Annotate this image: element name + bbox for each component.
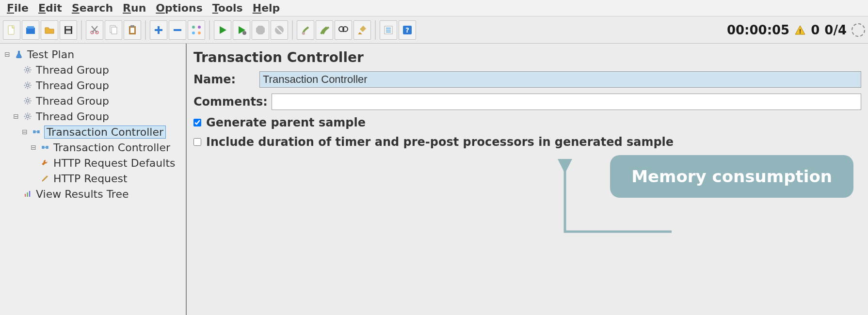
cut-button[interactable] bbox=[86, 20, 103, 40]
toolbar: ? 00:00:05 ! 0 0/4 bbox=[0, 16, 868, 44]
tree-node[interactable]: Thread Group bbox=[4, 93, 184, 109]
shutdown-button[interactable] bbox=[271, 20, 288, 40]
warning-icon: ! bbox=[794, 24, 806, 36]
name-label: Name: bbox=[193, 73, 256, 86]
svg-point-32 bbox=[27, 100, 29, 102]
svg-rect-4 bbox=[66, 27, 71, 29]
tree-node[interactable]: ⊟Test Plan bbox=[4, 47, 184, 62]
menu-file[interactable]: File bbox=[3, 1, 32, 15]
tree-twisty-icon[interactable]: ⊟ bbox=[21, 128, 28, 136]
tree-node-label: Transaction Controller bbox=[53, 142, 170, 154]
stop-button[interactable] bbox=[252, 20, 269, 40]
svg-point-20 bbox=[302, 32, 305, 35]
menu-options[interactable]: Options bbox=[152, 1, 206, 15]
svg-marker-18 bbox=[256, 26, 265, 34]
generate-parent-sample-label: Generate parent sample bbox=[206, 116, 366, 129]
wrench-icon bbox=[40, 158, 50, 168]
svg-rect-41 bbox=[29, 191, 30, 197]
clear-button[interactable] bbox=[297, 20, 314, 40]
generate-parent-sample-checkbox[interactable] bbox=[193, 119, 201, 126]
svg-rect-35 bbox=[33, 130, 35, 133]
tree-node-label: HTTP Request bbox=[53, 173, 128, 185]
svg-rect-5 bbox=[66, 31, 71, 33]
controller-icon bbox=[40, 142, 50, 153]
menu-search[interactable]: Search bbox=[68, 1, 117, 15]
svg-point-30 bbox=[27, 85, 29, 86]
tree-node-label: Thread Group bbox=[36, 64, 109, 76]
tree-twisty-icon[interactable]: ⊟ bbox=[13, 112, 19, 120]
tree-node[interactable]: ⊟Transaction Controller bbox=[4, 140, 184, 155]
svg-rect-12 bbox=[130, 25, 134, 27]
name-input[interactable] bbox=[259, 71, 861, 88]
tree-node-label: Thread Group bbox=[36, 110, 109, 123]
tree-node[interactable]: HTTP Request bbox=[4, 171, 184, 186]
new-file-button[interactable] bbox=[3, 20, 20, 40]
editor-panel: Transaction Controller Name: Comments: G… bbox=[187, 44, 868, 315]
help-button[interactable]: ? bbox=[399, 20, 416, 40]
svg-rect-36 bbox=[37, 130, 40, 133]
gear-icon bbox=[22, 95, 33, 106]
thread-count: 0/4 bbox=[824, 23, 847, 37]
svg-rect-37 bbox=[42, 146, 44, 149]
menu-tools[interactable]: Tools bbox=[209, 1, 247, 15]
comments-input[interactable] bbox=[272, 94, 861, 110]
menu-help[interactable]: Help bbox=[249, 1, 284, 15]
panel-heading: Transaction Controller bbox=[193, 49, 861, 65]
open-button[interactable] bbox=[41, 20, 58, 40]
controller-icon bbox=[31, 126, 42, 137]
broom-icon[interactable] bbox=[354, 20, 371, 40]
svg-rect-40 bbox=[27, 192, 28, 197]
tree-node[interactable]: ⊟Transaction Controller bbox=[4, 124, 184, 140]
tree-twisty-icon[interactable]: ⊟ bbox=[30, 143, 37, 151]
templates-button[interactable] bbox=[22, 20, 39, 40]
callout-bubble: Memory consumption bbox=[610, 155, 853, 198]
test-plan-tree[interactable]: ⊟Test PlanThread GroupThread GroupThread… bbox=[0, 44, 187, 315]
comments-label: Comments: bbox=[193, 95, 268, 109]
pencil-icon bbox=[40, 173, 50, 184]
start-no-pause-button[interactable] bbox=[233, 20, 250, 40]
tree-node[interactable]: HTTP Request Defaults bbox=[4, 155, 184, 171]
tree-node-label: HTTP Request Defaults bbox=[53, 157, 176, 169]
gear-icon bbox=[22, 80, 33, 91]
tree-node[interactable]: ⊟Thread Group bbox=[4, 109, 184, 124]
start-button[interactable] bbox=[214, 20, 231, 40]
tree-node[interactable]: Thread Group bbox=[4, 78, 184, 93]
svg-point-34 bbox=[27, 116, 29, 117]
menu-run[interactable]: Run bbox=[119, 1, 150, 15]
gauge-icon bbox=[852, 23, 865, 37]
svg-rect-11 bbox=[130, 28, 134, 33]
paste-button[interactable] bbox=[124, 20, 141, 40]
clear-all-button[interactable] bbox=[316, 20, 333, 40]
copy-button[interactable] bbox=[105, 20, 122, 40]
tree-node[interactable]: View Results Tree bbox=[4, 186, 184, 202]
svg-rect-9 bbox=[112, 27, 117, 34]
elapsed-time: 00:00:05 bbox=[727, 23, 789, 37]
save-button[interactable] bbox=[60, 20, 77, 40]
tree-node-label: Test Plan bbox=[27, 48, 74, 61]
svg-point-28 bbox=[27, 69, 29, 71]
include-duration-checkbox[interactable] bbox=[193, 138, 201, 146]
tree-node[interactable]: Thread Group bbox=[4, 62, 184, 78]
include-duration-label: Include duration of timer and pre-post p… bbox=[206, 135, 674, 149]
svg-point-17 bbox=[242, 31, 246, 35]
svg-rect-2 bbox=[27, 26, 34, 29]
svg-text:?: ? bbox=[405, 26, 409, 34]
gear-icon bbox=[22, 111, 33, 122]
error-count: 0 bbox=[811, 23, 820, 37]
tree-node-label: Thread Group bbox=[36, 79, 109, 92]
workspace: ⊟Test PlanThread GroupThread GroupThread… bbox=[0, 44, 868, 315]
gear-icon bbox=[22, 64, 33, 75]
svg-point-13 bbox=[192, 26, 195, 29]
menu-edit[interactable]: Edit bbox=[34, 1, 66, 15]
svg-point-16 bbox=[198, 32, 201, 34]
add-button[interactable] bbox=[150, 20, 167, 40]
find-button[interactable] bbox=[335, 20, 352, 40]
tree-twisty-icon[interactable]: ⊟ bbox=[4, 50, 11, 58]
svg-rect-38 bbox=[46, 146, 48, 149]
svg-point-15 bbox=[192, 32, 195, 34]
remove-button[interactable] bbox=[169, 20, 186, 40]
tasks-icon[interactable] bbox=[380, 20, 397, 40]
chart-icon bbox=[22, 189, 33, 199]
status-bar: 00:00:05 ! 0 0/4 bbox=[727, 23, 865, 37]
wand-icon[interactable] bbox=[188, 20, 205, 40]
